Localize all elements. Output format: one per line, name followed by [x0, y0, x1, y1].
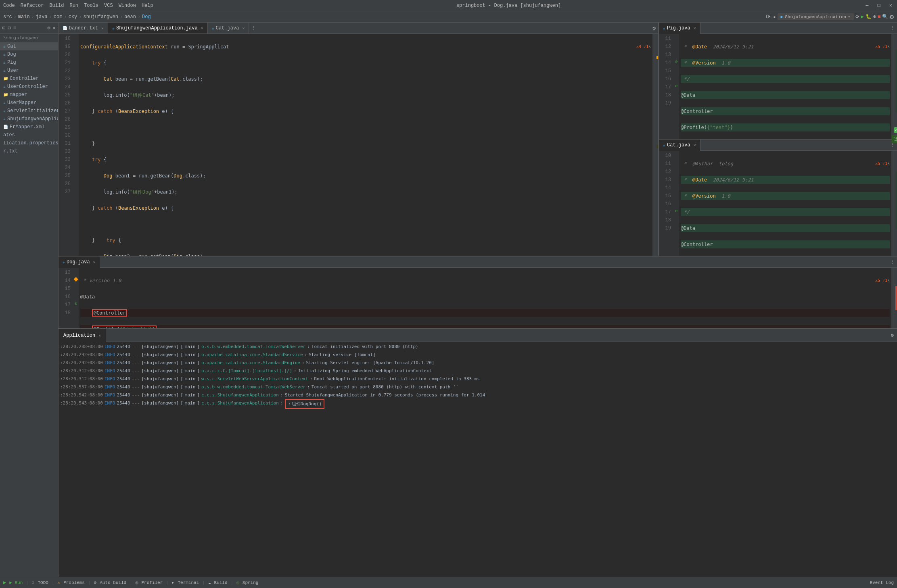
sidebar-item-usercontroller[interactable]: ☕ UserController [0, 83, 58, 91]
menu-help[interactable]: Help [142, 3, 153, 8]
toolbar-search-icon[interactable]: 🔍 [882, 14, 888, 20]
log-line-1: :28:20.288+08:00 INFO 25440 --- [shujufa… [60, 343, 895, 351]
menu-vcs[interactable]: VCS [104, 3, 113, 8]
tab-overflow-icon[interactable]: ⋮ [249, 25, 259, 31]
close-button[interactable]: ✕ [888, 2, 894, 8]
breadcrumb-src[interactable]: src [3, 14, 12, 20]
bottom-terminal-label[interactable]: Terminal [178, 580, 199, 585]
java-file-icon-pig: ☕ [3, 60, 6, 65]
sidebar-item-user[interactable]: ☕ User [0, 67, 58, 75]
sidebar-item-application[interactable]: ☕ ShujufangwenApplication [0, 115, 58, 123]
code-content-cat[interactable]: * @Author tolog ⚠5 ✓1 ∧ * @Date 2024/6/1… [679, 151, 891, 256]
tab-close-dog[interactable]: ✕ [93, 260, 96, 265]
app-tab-close[interactable]: ✕ [98, 333, 101, 338]
breadcrumb-dog[interactable]: Dog [142, 14, 151, 20]
bottom-build-label[interactable]: Build [214, 580, 228, 585]
sidebar-item-servletinitializer[interactable]: ☕ ServletInitializer [0, 107, 58, 115]
menu-tools[interactable]: Tools [84, 3, 98, 8]
bottom-sep-2: | [52, 580, 54, 585]
left-tabs-settings[interactable]: ⚙ [650, 25, 658, 31]
tab-close-main[interactable]: ✕ [201, 26, 203, 31]
breadcrumb-com[interactable]: com [54, 14, 63, 20]
breadcrumb-cky[interactable]: cky [69, 14, 77, 20]
toolbar-settings-icon[interactable]: ⚙ [890, 13, 894, 21]
sidebar-collapse-icon[interactable]: ⊟ [8, 25, 10, 31]
bottom-sep-5: | [166, 580, 169, 585]
sidebar-item-controller[interactable]: 📁 Controller [0, 75, 58, 83]
tab-shujufangwen-app[interactable]: ☕ ShujufangwenApplication.java ✕ [108, 23, 208, 34]
breadcrumb-bean[interactable]: bean [124, 14, 136, 20]
toolbar-stop-icon[interactable]: ■ [878, 14, 880, 20]
bottom-build-icon[interactable]: ☁ [208, 580, 211, 585]
bottom-profiler-label[interactable]: Profiler [141, 580, 163, 585]
bottom-spring-label[interactable]: Spring [243, 580, 259, 585]
toolbar-run-config[interactable]: ▶ ShujufangwenApplication ▾ [778, 13, 854, 20]
bottom-sep-4: | [130, 580, 132, 585]
pig-panel-more[interactable]: ⋮ [887, 25, 897, 31]
menu-build[interactable]: Build [49, 3, 64, 8]
sidebar-item-properties[interactable]: lication.properties [0, 139, 58, 147]
side-badge[interactable]: 77 [892, 135, 897, 143]
sidebar-item-pig[interactable]: ☕ Pig [0, 58, 58, 67]
sidebar-item-usermapper[interactable]: ☕ UserMapper [0, 99, 58, 107]
sidebar-settings-icon[interactable]: ⚙ [48, 25, 50, 31]
console-settings-icon[interactable]: ⚙ [888, 332, 897, 338]
tab-cat-panel[interactable]: ☕ Cat.java ✕ [659, 140, 700, 151]
bottom-run-icon[interactable]: ▶ [3, 580, 6, 586]
toolbar-run-icon[interactable]: ▶ [861, 14, 864, 20]
sidebar-item-ermapper[interactable]: 📄 ErMapper.xml [0, 123, 58, 131]
bottom-problems-icon[interactable]: ⚠ [58, 580, 61, 585]
sidebar-item-ates[interactable]: ates [0, 131, 58, 139]
tab-dog[interactable]: ☕ Dog.java ✕ [59, 256, 100, 268]
sidebar-expand-icon[interactable]: ⊞ [2, 25, 5, 31]
run-config-dropdown-icon[interactable]: ▾ [848, 14, 851, 19]
sidebar-item-cat[interactable]: ☕ Cat [0, 42, 58, 50]
tab-close-pig[interactable]: ✕ [694, 26, 696, 31]
menu-code[interactable]: Code [3, 3, 15, 8]
toolbar-sync-icon[interactable]: ⟳ [766, 13, 771, 20]
tab-close-banner[interactable]: ✕ [101, 26, 104, 31]
bottom-profiler-icon[interactable]: ◎ [136, 580, 138, 585]
tab-pig[interactable]: ☕ Pig.java ✕ [659, 23, 700, 34]
toolbar-back-icon[interactable]: ◂ [772, 13, 776, 20]
java-icon-pig: ☕ [663, 26, 665, 31]
bottom-problems-label[interactable]: Problems [63, 580, 85, 585]
bottom-run-label[interactable]: ▶ Run [9, 580, 23, 585]
tab-banner[interactable]: 📄 banner.txt ✕ [59, 23, 108, 34]
tab-close-cat-panel[interactable]: ✕ [694, 143, 696, 148]
minimize-button[interactable]: ─ [864, 3, 870, 8]
bottom-status-bar: ▶ ▶ Run | ☑ TODO | ⚠ Problems | ⚙ Auto-b… [0, 577, 897, 588]
bottom-autobuild-label[interactable]: Auto-build [100, 580, 126, 585]
toolbar-coverage-icon[interactable]: ⊕ [873, 14, 876, 20]
tab-close-cat[interactable]: ✕ [242, 26, 245, 31]
bottom-todo-icon[interactable]: ☑ [32, 580, 35, 585]
code-content-dog[interactable]: * version 1.0 ⚠5 ✓1 ∧ @Data @Controller … [79, 268, 891, 328]
dog-tab-more[interactable]: ⋮ [887, 259, 897, 265]
menu-refactor[interactable]: Refactor [21, 3, 44, 8]
tab-application[interactable]: Application ✕ [59, 329, 106, 342]
bottom-terminal-icon[interactable]: ▸ [172, 580, 175, 585]
green-check-badge[interactable]: ✓ [894, 127, 897, 133]
breadcrumb-java[interactable]: java [36, 14, 48, 20]
folder-icon-controller: 📁 [3, 76, 8, 81]
bottom-spring-icon[interactable]: ◎ [236, 580, 239, 585]
menu-run[interactable]: Run [69, 3, 78, 8]
bottom-eventlog-label[interactable]: Event Log [870, 580, 894, 585]
sidebar-close-icon[interactable]: ✕ [53, 25, 56, 31]
maximize-button[interactable]: □ [876, 3, 882, 8]
code-content-pig[interactable]: * @Date 2024/6/12 9:21 ⚠5 ✓1 ∧ * @Versio… [679, 34, 891, 139]
toolbar-debug-icon[interactable]: 🐛 [866, 14, 872, 20]
bottom-autobuild-icon[interactable]: ⚙ [94, 580, 97, 585]
breadcrumb-main[interactable]: main [18, 14, 30, 20]
bottom-todo-label[interactable]: TODO [38, 580, 48, 585]
code-content-main[interactable]: ConfigurableApplicationContext run = Spr… [79, 34, 652, 256]
tab-cat[interactable]: ☕ Cat.java ✕ [208, 23, 249, 34]
expand-icon-18[interactable]: ∧ [648, 43, 651, 51]
sidebar-item-mapper[interactable]: 📁 mapper [0, 91, 58, 99]
breadcrumb-shujufangwen[interactable]: shujufangwen [83, 14, 118, 20]
toolbar-refresh-icon[interactable]: ⟳ [855, 14, 859, 20]
sidebar-item-dog[interactable]: ☕ Dog [0, 50, 58, 58]
menu-window[interactable]: Window [119, 3, 136, 8]
sidebar-item-txt[interactable]: r.txt [0, 147, 58, 155]
sidebar-more-icon[interactable]: ≡ [13, 25, 16, 31]
